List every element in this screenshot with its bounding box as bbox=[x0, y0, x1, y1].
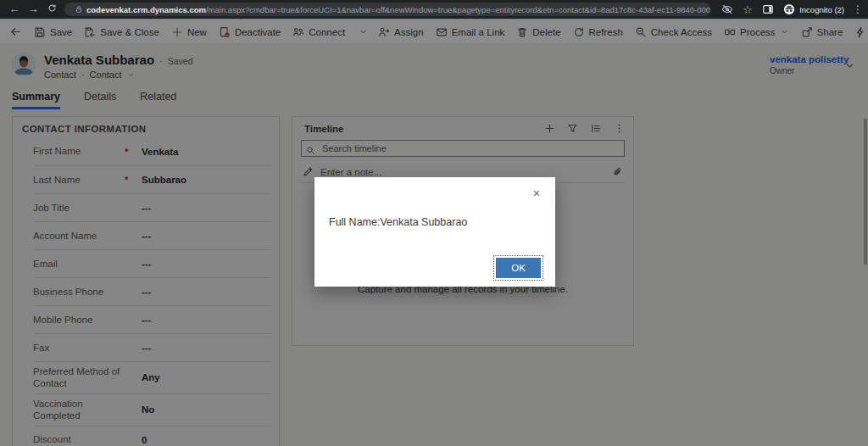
dialog-message: Full Name:Venkata Subbarao bbox=[329, 216, 467, 228]
app-page: Save Save & Close New Deactivate Connect bbox=[0, 19, 868, 446]
password-eye-off-icon[interactable] bbox=[721, 3, 734, 16]
lock-icon bbox=[75, 3, 83, 16]
url-path: /main.aspx?cmdbar=true&forceUCI=1&navbar… bbox=[206, 5, 710, 14]
address-bar[interactable]: codevenkat.crm.dynamics.com/main.aspx?cm… bbox=[64, 3, 710, 16]
browser-forward-icon[interactable]: → bbox=[24, 0, 42, 19]
bookmark-star-icon[interactable]: ☆ bbox=[741, 3, 754, 16]
dialog-close-icon[interactable]: × bbox=[533, 187, 540, 199]
browser-menu-icon[interactable]: ⋮ bbox=[853, 3, 863, 15]
incognito-badge[interactable]: Incognito (2) bbox=[783, 3, 844, 15]
dialog-ok-button[interactable]: OK bbox=[496, 258, 541, 278]
browser-chrome: ← → codevenkat.crm.dynamics.com/main.asp… bbox=[0, 0, 868, 19]
screen: ← → codevenkat.crm.dynamics.com/main.asp… bbox=[0, 0, 868, 446]
incognito-label: Incognito (2) bbox=[799, 5, 844, 14]
incognito-icon bbox=[783, 3, 795, 15]
side-panel-icon[interactable] bbox=[761, 3, 775, 16]
url-domain: codevenkat.crm.dynamics.com bbox=[86, 5, 206, 14]
browser-back-icon[interactable]: ← bbox=[5, 0, 24, 19]
alert-dialog: × Full Name:Venkata Subbarao OK bbox=[314, 177, 555, 287]
browser-refresh-icon[interactable] bbox=[42, 0, 61, 19]
